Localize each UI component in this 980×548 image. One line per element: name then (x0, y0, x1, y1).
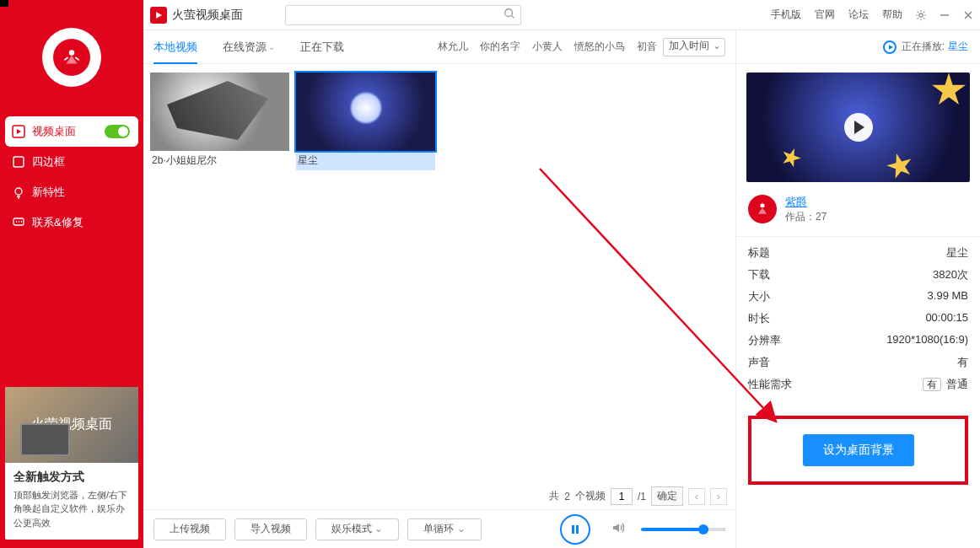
link-forum[interactable]: 论坛 (848, 8, 869, 22)
sidebar-item-new-features[interactable]: 新特性 (0, 177, 143, 207)
search-input[interactable] (293, 9, 503, 21)
sidebar-item-label: 联系&修复 (32, 215, 83, 230)
svg-point-0 (69, 50, 75, 56)
info-value: 有普通 (923, 377, 968, 392)
info-table: 标题星尘 下载3820次 大小3.99 MB 时长00:00:15 分辨率192… (736, 236, 980, 400)
author-row: 紫爵 作品：27 (736, 191, 980, 236)
tag-link[interactable]: 初音 (637, 40, 657, 54)
app-title: 火萤视频桌面 (172, 8, 243, 23)
chevron-down-icon: ⌄ (268, 42, 275, 51)
thumbnail-item[interactable]: 2b·小姐姐尼尔 (150, 73, 289, 170)
bulb-icon (12, 185, 27, 199)
sidebar-promo-desc: 顶部触发浏览器，左侧/右下角唤起自定义软件，娱乐办公更高效 (13, 488, 130, 530)
sidebar-item-label: 新特性 (32, 185, 65, 200)
info-key: 声音 (748, 355, 770, 370)
preview-video[interactable] (746, 73, 970, 182)
play-icon (154, 11, 163, 19)
app-logo-large (42, 28, 101, 87)
author-name-link[interactable]: 紫爵 (785, 196, 807, 208)
set-as-wallpaper-button[interactable]: 设为桌面背景 (803, 434, 914, 466)
search-box[interactable] (285, 5, 521, 25)
link-official[interactable]: 官网 (815, 8, 835, 22)
play-pause-button[interactable] (560, 514, 590, 545)
info-value: 星尘 (946, 245, 968, 261)
sidebar-item-contact-repair[interactable]: 联系&修复 (0, 207, 143, 238)
pager: 共 2 个视频 /1 确定 ‹ › (549, 486, 727, 506)
perf-text: 普通 (946, 378, 968, 390)
svg-rect-7 (572, 525, 574, 534)
info-value: 3.99 MB (928, 289, 968, 304)
info-value: 1920*1080(16:9) (886, 333, 968, 348)
bottom-bar: 上传视频 导入视频 娱乐模式 单循环 (143, 509, 735, 548)
info-row-performance: 性能需求 有普通 (748, 373, 968, 395)
sidebar-promo-body: 全新触发方式 顶部触发浏览器，左侧/右下角唤起自定义软件，娱乐办公更高效 (5, 463, 138, 540)
volume-slider[interactable] (641, 528, 725, 531)
link-help[interactable]: 帮助 (882, 8, 902, 22)
svg-point-5 (505, 8, 513, 16)
sidebar-item-label: 四边框 (32, 154, 65, 169)
tab-online-resources[interactable]: 在线资源⌄ (223, 30, 275, 64)
now-playing-title[interactable]: 星尘 (948, 40, 968, 54)
tag-link[interactable]: 你的名字 (480, 40, 520, 54)
sidebar-promo-title: 全新触发方式 (13, 470, 130, 485)
toggle-switch[interactable] (105, 125, 130, 138)
firefly-icon (754, 201, 771, 218)
tag-link[interactable]: 林允儿 (438, 40, 468, 54)
svg-point-9 (761, 203, 765, 207)
tab-label: 正在下载 (300, 40, 344, 55)
info-row: 标题星尘 (748, 242, 968, 264)
info-row: 下载3820次 (748, 264, 968, 286)
minimize-button[interactable] (933, 3, 956, 27)
titlebar-right: 手机版 官网 论坛 帮助 (764, 0, 980, 30)
info-row: 声音有 (748, 352, 968, 373)
tag-link[interactable]: 愤怒的小鸟 (574, 40, 625, 54)
sidebar-item-label: 视频桌面 (32, 124, 76, 139)
right-panel: 正在播放: 星尘 紫爵 作品：27 标题星尘 下载3820次 大小3.99 MB (735, 30, 980, 548)
titlebar: 火萤视频桌面 手机版 官网 论坛 帮助 (143, 0, 980, 30)
pager-count: 2 (564, 491, 570, 502)
import-video-button[interactable]: 导入视频 (234, 518, 307, 540)
settings-button[interactable] (909, 3, 933, 27)
pager-mid: 个视频 (575, 489, 606, 503)
link-mobile[interactable]: 手机版 (771, 8, 801, 22)
sidebar-promo-image: 火萤视频桌面 (5, 387, 138, 463)
tab-local-video[interactable]: 本地视频 (153, 30, 197, 64)
thumbnail-grid: 2b·小姐姐尼尔 星尘 (143, 64, 735, 509)
pager-prev-button[interactable]: ‹ (688, 488, 705, 505)
pager-confirm-button[interactable]: 确定 (651, 486, 683, 506)
author-works-label: 作品： (785, 211, 816, 223)
sidebar-item-border[interactable]: 四边框 (0, 147, 143, 177)
mode-dropdown[interactable]: 娱乐模式 (315, 518, 399, 540)
search-icon[interactable] (503, 8, 515, 23)
pager-next-button[interactable]: › (710, 488, 727, 505)
pager-page-input[interactable] (611, 488, 633, 505)
info-key: 大小 (748, 289, 770, 304)
thumbnail-image (150, 73, 289, 151)
minimize-icon (940, 10, 950, 20)
star-icon (778, 145, 804, 170)
thumbnail-item[interactable]: 星尘 (296, 73, 435, 170)
close-icon (963, 10, 973, 20)
volume-icon[interactable] (611, 520, 626, 539)
info-row: 分辨率1920*1080(16:9) (748, 330, 968, 352)
sort-dropdown[interactable]: 加入时间 (663, 38, 725, 56)
upload-video-button[interactable]: 上传视频 (153, 518, 226, 540)
sidebar-promo-card[interactable]: 火萤视频桌面 全新触发方式 顶部触发浏览器，左侧/右下角唤起自定义软件，娱乐办公… (5, 387, 138, 540)
perf-pill: 有 (923, 378, 941, 391)
now-playing-label: 正在播放: (902, 40, 945, 54)
tab-downloading[interactable]: 正在下载 (300, 30, 344, 64)
now-playing-icon (883, 40, 897, 54)
info-key: 时长 (748, 311, 770, 326)
sidebar: 视频桌面 四边框 新特性 联系&修复 火萤视频桌面 全新触发方式 顶部触发浏览器… (0, 0, 143, 548)
loop-dropdown[interactable]: 单循环 (407, 518, 481, 540)
square-icon (12, 155, 27, 169)
thumbnail-label: 2b·小姐姐尼尔 (150, 151, 289, 170)
sidebar-item-video-desktop[interactable]: 视频桌面 (5, 116, 138, 147)
info-key: 下载 (748, 267, 770, 282)
info-key: 标题 (748, 245, 770, 261)
author-avatar[interactable] (748, 195, 777, 223)
close-button[interactable] (956, 3, 980, 27)
author-works: 作品：27 (785, 210, 827, 224)
tag-link[interactable]: 小黄人 (532, 40, 563, 54)
preview-play-button[interactable] (844, 113, 873, 142)
